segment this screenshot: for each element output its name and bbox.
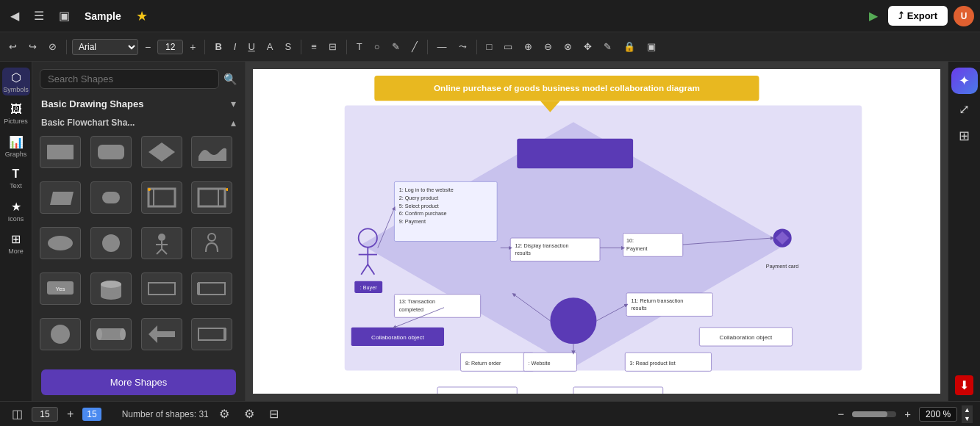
svg-point-18 bbox=[208, 234, 215, 241]
shape-bracket[interactable] bbox=[191, 318, 232, 350]
tab-button[interactable]: ▣ bbox=[54, 6, 74, 26]
section-collapse-icon: ▾ bbox=[231, 98, 236, 109]
shape-circle[interactable] bbox=[90, 227, 132, 259]
zoom-slider[interactable] bbox=[852, 411, 896, 417]
svg-text:results: results bbox=[515, 250, 532, 256]
sidebar-item-more-label: More bbox=[8, 248, 24, 255]
svg-rect-1 bbox=[98, 145, 124, 159]
shape-barrel[interactable] bbox=[90, 318, 132, 350]
favorite-button[interactable]: ★ bbox=[132, 5, 152, 27]
avatar[interactable]: U bbox=[954, 6, 974, 26]
layout-button[interactable]: ⊟ bbox=[265, 404, 283, 424]
shape-rect-bracket[interactable] bbox=[191, 272, 232, 305]
icon3-button[interactable]: ⊗ bbox=[559, 39, 576, 54]
grid-view-button[interactable]: ⊞ bbox=[954, 125, 974, 147]
shape-frame2[interactable] bbox=[191, 181, 232, 214]
svg-line-16 bbox=[157, 249, 162, 254]
zoom-step-down[interactable]: ▼ bbox=[962, 414, 973, 423]
context-menu-button[interactable]: ⚙ bbox=[215, 404, 234, 424]
sidebar-toggle-button[interactable]: ◫ bbox=[7, 404, 27, 424]
undo-button[interactable]: ↩ bbox=[4, 39, 21, 54]
basic-flowchart-section[interactable]: Basic Flowchart Sha... ▴ bbox=[32, 114, 245, 131]
shape-person-outline[interactable] bbox=[191, 227, 232, 259]
sidebar-item-graphs[interactable]: 📊 Graphs bbox=[2, 132, 30, 160]
strikethrough-button[interactable]: S bbox=[280, 39, 296, 54]
zoom-step-up[interactable]: ▲ bbox=[962, 405, 973, 414]
shape-arrow-left[interactable] bbox=[141, 318, 182, 350]
shape-callout[interactable]: Yes bbox=[40, 272, 81, 305]
search-input[interactable] bbox=[40, 69, 219, 89]
shape-rounded-rect[interactable] bbox=[90, 136, 132, 168]
svg-marker-31 bbox=[149, 325, 175, 343]
shape-diamond[interactable] bbox=[141, 136, 182, 168]
shape-cylinder[interactable] bbox=[90, 272, 132, 305]
basic-drawing-section[interactable]: Basic Drawing Shapes ▾ bbox=[32, 93, 245, 114]
zoom-in-button[interactable]: + bbox=[901, 406, 915, 422]
export-icon: ⤴ bbox=[898, 10, 904, 21]
italic-button[interactable]: I bbox=[229, 39, 241, 54]
basic-flowchart-title: Basic Flowchart Sha... bbox=[41, 118, 135, 128]
edit-button[interactable]: ✎ bbox=[599, 39, 616, 54]
border-button[interactable]: □ bbox=[482, 39, 497, 54]
back-button[interactable]: ◀ bbox=[6, 6, 24, 26]
settings-button[interactable]: ⚙ bbox=[240, 404, 259, 424]
fit-button[interactable]: ⤢ bbox=[954, 98, 974, 120]
font-selector[interactable]: Arial Times New Roman bbox=[72, 39, 138, 55]
border2-button[interactable]: ▭ bbox=[499, 39, 517, 54]
shape-frame[interactable] bbox=[141, 181, 182, 214]
grid-button[interactable]: ▣ bbox=[643, 39, 660, 54]
lock-button[interactable]: 🔒 bbox=[619, 39, 640, 54]
more-shapes-button[interactable]: More Shapes bbox=[41, 369, 236, 395]
shape-rectangle[interactable] bbox=[40, 136, 81, 168]
shape-rect-open[interactable] bbox=[141, 272, 182, 305]
sidebar-item-text[interactable]: T Text bbox=[2, 165, 30, 192]
shape-wave[interactable] bbox=[191, 136, 232, 168]
sidebar-item-symbols[interactable]: ⬡ Symbols bbox=[2, 68, 30, 95]
shape-button[interactable]: ○ bbox=[370, 39, 385, 54]
shape-ellipse[interactable] bbox=[40, 227, 81, 259]
sidebar-item-pictures[interactable]: 🖼 Pictures bbox=[2, 100, 30, 128]
font-size-increase[interactable]: + bbox=[186, 39, 199, 55]
add-page-button[interactable]: + bbox=[62, 405, 78, 424]
page-number-input[interactable] bbox=[32, 407, 58, 422]
svg-marker-3 bbox=[50, 192, 74, 205]
search-button[interactable]: 🔍 bbox=[223, 73, 237, 86]
play-button[interactable]: ▶ bbox=[865, 6, 882, 26]
zoom-out-button[interactable]: − bbox=[834, 406, 848, 422]
align-center-button[interactable]: ≡ bbox=[307, 39, 321, 54]
shape-parallelogram[interactable] bbox=[40, 181, 81, 214]
font-size-decrease[interactable]: − bbox=[141, 39, 154, 55]
redo-button[interactable]: ↪ bbox=[24, 39, 41, 54]
connector-button[interactable]: ⤳ bbox=[454, 39, 471, 54]
export-button[interactable]: ⤴ Export bbox=[888, 6, 948, 26]
zoom-stepper[interactable]: ▲ ▼ bbox=[962, 405, 973, 423]
scroll-button[interactable]: ⬇ bbox=[955, 375, 973, 395]
format-button[interactable]: ⊘ bbox=[44, 39, 61, 54]
bold-button[interactable]: B bbox=[210, 39, 226, 54]
pictures-icon: 🖼 bbox=[10, 103, 22, 116]
text-button[interactable]: T bbox=[352, 39, 367, 54]
right-sidebar: ✦ ⤢ ⊞ ⬇ bbox=[948, 62, 980, 401]
zoom-value-input[interactable] bbox=[919, 407, 957, 422]
font-color-button[interactable]: A bbox=[262, 39, 278, 54]
underline-button[interactable]: U bbox=[243, 39, 259, 54]
shape-circle2[interactable] bbox=[40, 318, 81, 350]
pen-button[interactable]: ✎ bbox=[387, 39, 404, 54]
icon4-button[interactable]: ✥ bbox=[579, 39, 596, 54]
align-button[interactable]: ⊟ bbox=[324, 39, 341, 54]
line-button[interactable]: ╱ bbox=[407, 39, 422, 54]
svg-rect-8 bbox=[198, 189, 225, 206]
ai-button[interactable]: ✦ bbox=[951, 68, 978, 94]
font-size-input[interactable] bbox=[157, 40, 183, 54]
sidebar-item-icons[interactable]: ★ Icons bbox=[2, 197, 30, 225]
shape-stadium[interactable] bbox=[90, 181, 132, 214]
top-bar: ◀ ☰ ▣ Sample ★ ▶ ⤴ Export U bbox=[0, 0, 980, 32]
line-style-button[interactable]: — bbox=[433, 39, 451, 54]
icon2-button[interactable]: ⊖ bbox=[540, 39, 557, 54]
svg-point-29 bbox=[96, 328, 102, 340]
sidebar-item-more[interactable]: ⊞ More bbox=[2, 229, 30, 257]
icon1-button[interactable]: ⊕ bbox=[520, 39, 537, 54]
shape-person[interactable] bbox=[141, 227, 182, 259]
canvas-area[interactable]: Online purchase of goods business model … bbox=[246, 62, 948, 401]
menu-button[interactable]: ☰ bbox=[29, 6, 49, 26]
